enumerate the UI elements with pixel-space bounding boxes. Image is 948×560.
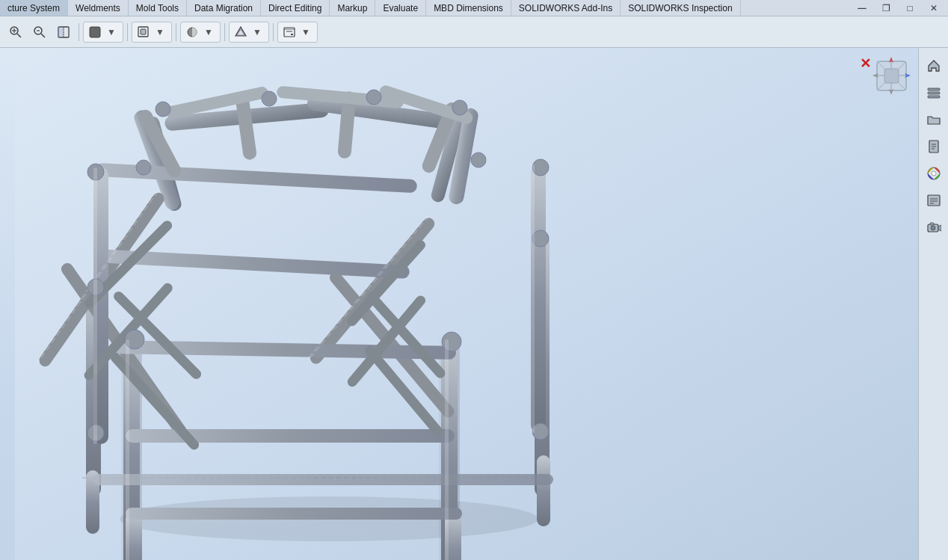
menu-mold-tools[interactable]: Mold Tools [129,0,187,16]
menu-mbd-dimensions[interactable]: MBD Dimensions [426,0,511,16]
svg-rect-19 [291,34,293,35]
zoom-in-button[interactable] [28,21,51,43]
appearance-dropdown[interactable]: ▼ [199,23,218,41]
separator-3 [176,23,176,41]
svg-point-74 [532,423,549,440]
svg-rect-97 [928,88,940,90]
menu-weldments[interactable]: Weldments [68,0,129,16]
sidebar-camera-icon[interactable] [922,215,946,239]
svg-point-72 [532,159,549,176]
view-settings-group: ▼ [277,22,318,43]
svg-rect-41 [126,429,455,443]
separator-5 [273,23,274,41]
separator-1 [79,23,79,41]
svg-rect-10 [90,27,100,37]
svg-rect-64 [537,455,550,526]
menu-markup[interactable]: Markup [330,0,375,16]
svg-rect-12 [141,29,146,34]
scene-dropdown[interactable]: ▼ [247,23,267,41]
svg-rect-83 [126,339,129,560]
menu-solidworks-addins[interactable]: SOLIDWORKS Add-Ins [511,0,621,16]
viewport[interactable]: ✕ [0,48,948,560]
display-style-dropdown[interactable]: ▼ [102,23,121,41]
window-restore[interactable]: ❐ [875,0,897,19]
svg-point-105 [932,171,936,176]
menu-structure-system[interactable]: cture System [0,0,68,16]
window-close[interactable]: ✕ [923,0,945,19]
svg-point-79 [471,153,486,167]
separator-2 [127,23,128,41]
window-maximize[interactable]: □ [899,0,921,19]
svg-rect-98 [928,92,940,94]
svg-point-78 [452,100,467,115]
menu-direct-editing[interactable]: Direct Editing [261,0,330,16]
svg-rect-65 [126,508,462,520]
menu-bar: cture System Weldments Mold Tools Data M… [0,0,948,16]
svg-point-70 [532,230,549,247]
section-view-button[interactable] [52,21,75,43]
sidebar-properties-icon[interactable] [922,188,946,212]
svg-point-112 [931,226,935,230]
svg-line-5 [41,34,45,37]
display-style-group: ▼ [83,22,123,43]
svg-rect-92 [884,69,899,83]
view-orientation-group: ▼ [132,22,172,43]
zoom-to-fit-button[interactable] [4,21,27,43]
sidebar-colorwheel-icon[interactable] [922,161,946,185]
svg-point-76 [262,91,277,106]
svg-rect-66 [93,474,553,485]
svg-rect-113 [930,223,934,225]
svg-line-1 [17,34,21,37]
sidebar-folder-icon[interactable] [922,108,946,132]
svg-rect-99 [928,96,940,98]
svg-point-80 [136,160,151,175]
svg-rect-9 [58,27,64,37]
sidebar-layers-icon[interactable] [922,81,946,105]
close-panel-button[interactable]: ✕ [857,55,873,72]
svg-rect-82 [531,164,535,433]
svg-rect-106 [928,195,940,206]
sidebar-sheet-icon[interactable] [922,135,946,159]
window-minimize[interactable]: ─ [851,0,873,19]
svg-point-68 [442,332,461,351]
view-orientation-dropdown[interactable]: ▼ [150,23,170,41]
svg-point-77 [366,90,381,105]
separator-4 [224,23,225,41]
menu-data-migration[interactable]: Data Migration [187,0,261,16]
menu-solidworks-inspection[interactable]: SOLIDWORKS Inspection [621,0,740,16]
model-3d [0,48,948,560]
appearance-group: ▼ [180,22,221,43]
svg-point-75 [156,102,170,117]
toolbar: ▼ ▼ ▼ ▼ [0,16,948,48]
sidebar-home-icon[interactable] [922,54,946,78]
svg-rect-84 [445,339,449,560]
svg-rect-81 [93,167,97,444]
view-settings-dropdown[interactable]: ▼ [296,23,316,41]
right-sidebar [918,48,948,560]
menu-evaluate[interactable]: Evaluate [375,0,426,16]
scene-group: ▼ [229,22,269,43]
orientation-compass[interactable] [871,55,912,96]
